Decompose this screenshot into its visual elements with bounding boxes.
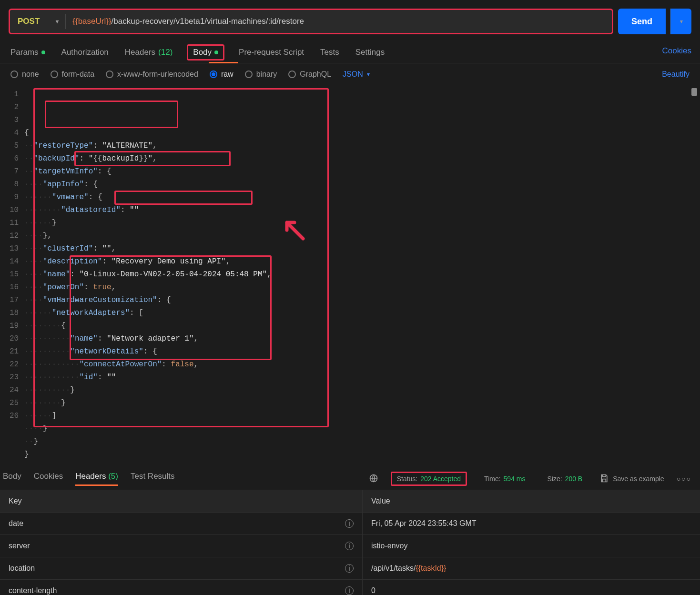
info-icon[interactable]: i [345,542,354,550]
tab-settings[interactable]: Settings [354,44,386,63]
globe-icon[interactable] [369,474,378,484]
header-key: serveri [0,535,362,557]
code-editor[interactable]: 1234567891011121314151617181920212223242… [7,85,700,464]
code-line[interactable]: ··········"name": "Network adapter 1", [24,333,700,345]
tab-body[interactable]: Body [187,44,224,61]
radio-xwww[interactable]: x-www-form-urlencoded [106,70,198,79]
tab-prerequest[interactable]: Pre-request Script [237,44,306,63]
table-row: serveriistio-envoy [0,535,700,557]
header-key: datei [0,513,362,534]
response-status: Status: 202 Accepted [391,472,467,486]
send-button[interactable]: Send [618,9,666,34]
response-tabs: Body Cookies Headers (5) Test Results St… [0,464,700,490]
code-line[interactable]: ····"description": "Recovery Demo using … [24,255,700,268]
radio-none[interactable]: none [10,70,39,79]
line-gutter: 1234567891011121314151617181920212223242… [7,85,24,464]
table-row: locationi/api/v1/tasks/{{taskId}} [0,557,700,580]
radio-graphql[interactable]: GraphQL [288,70,331,79]
code-line[interactable]: ······} [24,217,700,230]
table-row: content-lengthi0 [0,580,700,595]
more-options[interactable]: ○○○ [677,475,691,483]
tab-params[interactable]: Params [9,44,47,63]
radio-binary[interactable]: binary [245,70,277,79]
code-line[interactable]: ····"clusterId": "", [24,242,700,255]
resp-tab-body[interactable]: Body [3,472,21,486]
code-line[interactable]: ····} [24,423,700,435]
code-line[interactable]: ··········} [24,384,700,397]
code-line[interactable]: ····"appInfo": { [24,178,700,191]
code-line[interactable]: ········} [24,397,700,410]
tab-headers[interactable]: Headers (12) [123,44,175,63]
code-area[interactable]: {··"restoreType": "ALTERNATE",··"backupI… [24,85,700,464]
body-format-select[interactable]: JSON ▾ [343,70,370,79]
info-icon[interactable]: i [345,564,354,573]
table-header-row: Key Value [0,490,700,513]
code-line[interactable]: ············"connectAtPowerOn": false, [24,358,700,371]
code-line[interactable]: ······"vmware": { [24,191,700,204]
send-dropdown-button[interactable]: ▾ [670,9,691,34]
code-line[interactable]: ····"name": "0-Linux-Demo-VN02-2-05-04-2… [24,268,700,281]
url-path: /backup-recovery/v1beta1/virtual-machine… [112,17,304,26]
code-line[interactable]: ··········"networkDetails": { [24,345,700,358]
tab-underline [209,62,238,63]
code-line[interactable]: ····}, [24,230,700,242]
code-line[interactable]: ······"networkAdapters": [ [24,307,700,320]
tab-tests[interactable]: Tests [318,44,341,63]
resp-tab-cookies[interactable]: Cookies [34,472,63,486]
radio-form-data[interactable]: form-data [51,70,94,79]
cookies-link[interactable]: Cookies [662,46,691,61]
header-key: content-lengthi [0,580,362,595]
code-line[interactable]: ··"backupId": "{{backupId}}", [24,152,700,165]
col-value: Value [362,490,700,512]
tab-authorization[interactable]: Authorization [60,44,111,63]
resp-tab-test-results[interactable]: Test Results [131,472,175,486]
code-line[interactable]: ········{ [24,320,700,333]
scroll-indicator [691,88,697,96]
header-value: istio-envoy [362,535,700,557]
code-line[interactable]: ····"vmHardwareCustomization": { [24,294,700,307]
response-time: Time: 594 ms [479,473,530,484]
radio-raw[interactable]: raw [210,70,233,79]
code-line[interactable]: ······] [24,410,700,423]
table-row: dateiFri, 05 Apr 2024 23:55:43 GMT [0,513,700,535]
info-icon[interactable]: i [345,586,354,595]
chevron-down-icon: ▾ [56,18,59,25]
http-method-label: POST [18,17,40,26]
resp-tab-headers[interactable]: Headers (5) [75,472,118,486]
method-url-container: POST ▾ {{baseUrl}}/backup-recovery/v1bet… [9,9,613,34]
header-value: 0 [362,580,700,595]
status-dot-icon [214,50,218,54]
code-line[interactable]: ····"powerOn": true, [24,281,700,294]
code-line[interactable]: ··"targetVmInfo": { [24,165,700,178]
response-size: Size: 200 B [543,473,588,484]
chevron-down-icon: ▾ [680,18,683,25]
code-line[interactable]: { [24,127,700,140]
save-icon [599,474,609,484]
header-value: /api/v1/tasks/{{taskId}} [362,557,700,579]
status-dot-icon [41,50,45,54]
code-line[interactable]: ········"datastoreId": "" [24,204,700,217]
request-bar: POST ▾ {{baseUrl}}/backup-recovery/v1bet… [0,0,700,39]
col-key: Key [0,490,362,512]
url-input[interactable]: {{baseUrl}}/backup-recovery/v1beta1/virt… [66,17,612,26]
code-editor-wrap: 1234567891011121314151617181920212223242… [0,85,700,464]
header-key: locationi [0,557,362,579]
chevron-down-icon: ▾ [367,71,370,78]
code-line[interactable]: ············"id": "" [24,371,700,384]
request-tabs: Params Authorization Headers (12) Body P… [0,39,700,63]
code-line[interactable]: ··} [24,435,700,448]
save-as-example[interactable]: Save as example [599,474,664,484]
info-icon[interactable]: i [345,519,354,528]
body-type-row: none form-data x-www-form-urlencoded raw… [0,63,700,85]
http-method-select[interactable]: POST ▾ [10,17,65,26]
beautify-link[interactable]: Beautify [662,70,690,79]
code-line[interactable]: } [24,448,700,461]
url-variable: {{baseUrl}} [72,17,111,26]
header-value: Fri, 05 Apr 2024 23:55:43 GMT [362,513,700,534]
response-headers-table: Key Value dateiFri, 05 Apr 2024 23:55:43… [0,490,700,595]
code-line[interactable]: ··"restoreType": "ALTERNATE", [24,140,700,152]
